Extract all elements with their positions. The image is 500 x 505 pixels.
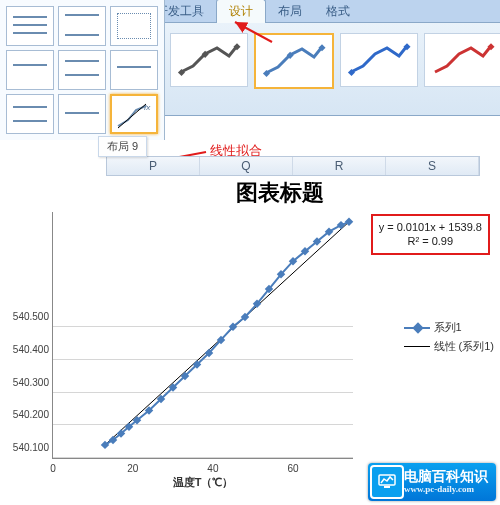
svg-rect-38 (384, 486, 390, 488)
layout-thumb-3[interactable] (110, 6, 158, 46)
tab-layout[interactable]: 布局 (266, 0, 314, 23)
col-header[interactable]: R (293, 157, 386, 175)
x-tick: 20 (127, 463, 138, 474)
watermark: 电脑百科知识 www.pc-daily.com (368, 463, 496, 501)
legend-label: 系列1 (434, 320, 462, 335)
tab-design[interactable]: 设计 (216, 0, 266, 24)
col-header[interactable]: P (107, 157, 200, 175)
plot-area[interactable]: 540.100 540.200 540.300 540.400 540.500 … (52, 212, 353, 459)
equation-line2: R² = 0.99 (379, 234, 482, 248)
trendline-equation[interactable]: y = 0.0101x + 1539.8 R² = 0.99 (371, 214, 490, 255)
watermark-title: 电脑百科知识 (404, 470, 488, 484)
layout-thumb-6[interactable] (110, 50, 158, 90)
x-axis-title[interactable]: 温度T（℃） (173, 475, 234, 490)
col-header[interactable]: Q (200, 157, 293, 175)
y-tick: 540.200 (3, 409, 49, 420)
y-tick: 540.300 (3, 376, 49, 387)
y-tick: 540.500 (3, 311, 49, 322)
tab-format[interactable]: 格式 (314, 0, 362, 23)
legend-label: 线性 (系列1) (434, 339, 495, 354)
legend-marker-icon (404, 324, 430, 332)
watermark-url: www.pc-daily.com (404, 484, 488, 494)
layout-thumb-8[interactable] (58, 94, 106, 134)
layout-caption-tooltip: 布局 9 (98, 136, 147, 157)
x-tick: 60 (287, 463, 298, 474)
chart-svg (53, 212, 353, 458)
layout-thumb-2[interactable] (58, 6, 106, 46)
layout-thumb-5[interactable] (58, 50, 106, 90)
col-header[interactable]: S (386, 157, 479, 175)
legend-series1[interactable]: 系列1 (404, 320, 495, 335)
chart-style-1[interactable] (170, 33, 248, 87)
x-tick: 0 (50, 463, 56, 474)
layout-thumb-7[interactable] (6, 94, 54, 134)
svg-rect-35 (337, 221, 345, 229)
chart-title[interactable]: 图表标题 (60, 178, 500, 208)
legend-line-icon (404, 346, 430, 347)
chart-legend[interactable]: 系列1 线性 (系列1) (404, 320, 495, 358)
x-tick: 40 (207, 463, 218, 474)
equation-line1: y = 0.0101x + 1539.8 (379, 220, 482, 234)
layout-thumb-1[interactable] (6, 6, 54, 46)
sheet-column-headers: P Q R S (106, 156, 480, 176)
layout-thumb-4[interactable] (6, 50, 54, 90)
chart-style-strip (170, 33, 500, 89)
layout-thumb-9[interactable]: fx (110, 94, 158, 134)
chart-style-4[interactable] (424, 33, 500, 87)
chart-style-2[interactable] (254, 33, 334, 89)
y-tick: 540.100 (3, 442, 49, 453)
chart-layout-gallery: fx (0, 0, 165, 140)
chart-style-3[interactable] (340, 33, 418, 87)
legend-trend[interactable]: 线性 (系列1) (404, 339, 495, 354)
y-tick: 540.400 (3, 343, 49, 354)
monitor-icon (370, 465, 404, 499)
svg-line-10 (118, 104, 146, 128)
